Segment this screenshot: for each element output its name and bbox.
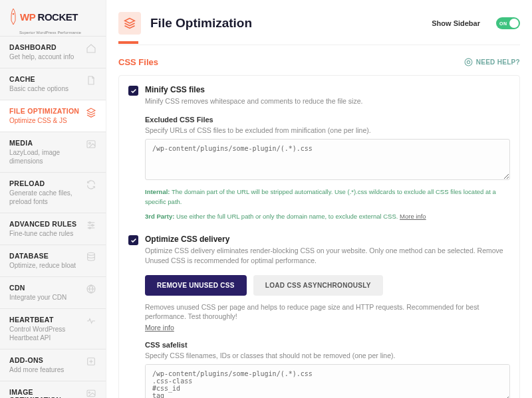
nav-label: ADVANCED RULES (9, 220, 86, 228)
page-title: File Optimization (150, 16, 422, 31)
sidebar-item-advanced-rules[interactable]: ADVANCED RULESFine-tune cache rules (0, 213, 106, 245)
nav-label: HEARTBEAT (9, 316, 86, 324)
nav-label: DASHBOARD (9, 43, 86, 51)
sidebar-item-dashboard[interactable]: DASHBOARDGet help, account info (0, 36, 106, 68)
safelist-label: CSS safelist (145, 341, 510, 349)
lifebuoy-icon (464, 58, 473, 66)
hint-3rd: 3rd Party: Use either the full URL path … (145, 212, 510, 221)
minify-label: Minify CSS files (145, 85, 510, 94)
svg-point-0 (13, 13, 15, 15)
excluded-css-desc: Specify URLs of CSS files to be excluded… (145, 126, 510, 136)
refresh-icon (86, 179, 96, 190)
nav-desc: Control WordPress Heartbeat API (9, 325, 86, 342)
sidebar-item-preload[interactable]: PRELOADGenerate cache files, preload fon… (0, 172, 106, 213)
more-info-link-2[interactable]: More info (145, 324, 174, 332)
nav-label: DATABASE (9, 252, 86, 260)
sidebar-item-cdn[interactable]: CDNIntegrate your CDN (0, 276, 106, 308)
nav-label: FILE OPTIMIZATION (9, 107, 86, 115)
layers-icon (118, 12, 141, 35)
nav-label: CACHE (9, 75, 86, 83)
safelist-textarea[interactable] (145, 364, 510, 398)
plus-icon (86, 356, 96, 367)
svg-point-10 (88, 252, 95, 255)
svg-point-3 (89, 142, 91, 144)
svg-rect-15 (87, 390, 95, 396)
nav-desc: LazyLoad, image dimensions (9, 148, 86, 165)
need-help-link[interactable]: NEED HELP? (464, 58, 520, 66)
show-sidebar-label: Show Sidebar (432, 19, 480, 27)
nav-desc: Fine-tune cache rules (9, 229, 86, 238)
svg-marker-17 (125, 19, 135, 24)
db-icon (86, 252, 96, 262)
nav-label: IMAGE OPTIMIZATION (9, 388, 86, 398)
rocket-icon (9, 8, 17, 25)
svg-point-18 (465, 58, 472, 66)
file-icon (86, 75, 96, 86)
layers-icon (86, 107, 96, 118)
nav-desc: Optimize CSS & JS (9, 116, 86, 125)
sidebar-item-heartbeat[interactable]: HEARTBEATControl WordPress Heartbeat API (0, 308, 106, 349)
nav-label: CDN (9, 284, 86, 292)
css-card: Minify CSS files Minify CSS removes whit… (118, 75, 520, 398)
nav-desc: Basic cache options (9, 84, 86, 93)
tab-indicator (118, 43, 520, 45)
sidebar: WP ROCKET Superior WordPress Performance… (0, 0, 106, 398)
nav: DASHBOARDGet help, account infoCACHEBasi… (0, 35, 106, 398)
nav-desc: Get help, account info (9, 52, 86, 61)
heart-icon (86, 316, 96, 326)
svg-marker-1 (87, 108, 95, 113)
optimize-css-checkbox[interactable] (128, 235, 138, 245)
remove-unused-css-button[interactable]: REMOVE UNUSED CSS (145, 275, 247, 296)
nav-desc: Optimize, reduce bloat (9, 261, 86, 270)
main: File Optimization Show Sidebar ON CSS Fi… (106, 0, 532, 398)
image-icon (86, 139, 96, 149)
svg-rect-2 (87, 141, 95, 148)
sidebar-toggle[interactable]: ON (496, 17, 520, 29)
globe-icon (86, 284, 96, 294)
nav-label: PRELOAD (9, 179, 86, 187)
nav-desc: Integrate your CDN (9, 293, 86, 302)
nav-desc: Add more features (9, 365, 86, 374)
sidebar-item-media[interactable]: MEDIALazyLoad, image dimensions (0, 132, 106, 172)
sidebar-item-file-optimization[interactable]: FILE OPTIMIZATIONOptimize CSS & JS (0, 100, 106, 132)
excluded-css-label: Excluded CSS Files (145, 116, 510, 124)
nav-desc: Generate cache files, preload fonts (9, 189, 86, 206)
optimize-desc: Optimize CSS delivery eliminates render-… (145, 246, 510, 265)
logo: WP ROCKET (0, 0, 106, 32)
section-title: CSS Files (118, 57, 158, 67)
safelist-desc: Specify CSS filenames, IDs or classes th… (145, 351, 510, 361)
more-info-link[interactable]: More info (400, 213, 426, 220)
check-icon (130, 237, 137, 244)
svg-point-19 (467, 60, 469, 63)
check-icon (130, 88, 137, 94)
header: File Optimization Show Sidebar ON (106, 0, 532, 35)
nav-label: ADD-ONS (9, 356, 86, 364)
minify-desc: Minify CSS removes whitespace and commen… (145, 96, 510, 106)
optimize-label: Optimize CSS delivery (145, 235, 510, 244)
sidebar-item-cache[interactable]: CACHEBasic cache options (0, 68, 106, 100)
excluded-css-textarea[interactable] (145, 139, 510, 180)
content: CSS Files NEED HELP? Minify CSS files Mi… (106, 45, 532, 398)
sidebar-item-image-optimization[interactable]: IMAGE OPTIMIZATION (0, 381, 106, 398)
load-css-async-button[interactable]: LOAD CSS ASYNCHRONOUSLY (253, 275, 383, 296)
nav-label: MEDIA (9, 139, 86, 147)
sliders-icon (86, 220, 96, 231)
home-icon (86, 43, 96, 54)
hint-internal: Internal: The domain part of the URL wil… (145, 187, 510, 207)
remove-unused-desc: Removes unused CSS per page and helps to… (145, 302, 510, 322)
minify-css-checkbox[interactable] (128, 86, 138, 96)
img2-icon (86, 388, 96, 398)
svg-point-16 (88, 392, 90, 393)
sidebar-item-database[interactable]: DATABASEOptimize, reduce bloat (0, 245, 106, 276)
sidebar-item-add-ons[interactable]: ADD-ONSAdd more features (0, 349, 106, 381)
